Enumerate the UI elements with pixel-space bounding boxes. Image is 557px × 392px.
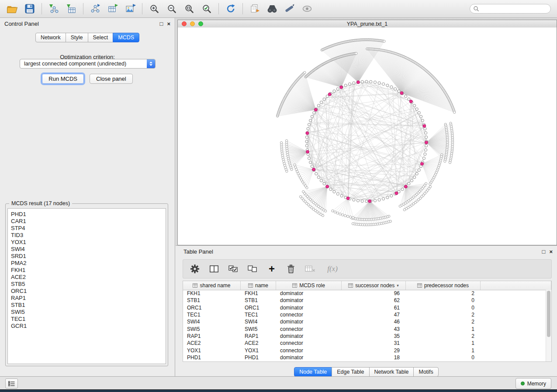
- tab-select[interactable]: Select: [88, 33, 114, 42]
- network-node[interactable]: [340, 195, 343, 197]
- tab-mcds[interactable]: MCDS: [113, 33, 139, 42]
- network-node[interactable]: [444, 160, 446, 162]
- network-node[interactable]: [415, 172, 418, 175]
- float-table-panel-icon[interactable]: □: [542, 249, 546, 254]
- network-node[interactable]: [305, 136, 308, 138]
- mcds-result-item[interactable]: YOX1: [11, 239, 166, 246]
- network-node[interactable]: [398, 90, 400, 93]
- network-canvas[interactable]: [178, 28, 557, 245]
- zoom-out-button[interactable]: [163, 2, 180, 16]
- mcds-result-item[interactable]: TEC1: [11, 316, 166, 323]
- network-node[interactable]: [405, 95, 407, 97]
- network-node[interactable]: [401, 188, 404, 191]
- network-node[interactable]: [383, 40, 385, 42]
- network-node[interactable]: [305, 140, 308, 143]
- mcds-hub-node[interactable]: [326, 185, 329, 188]
- network-node[interactable]: [334, 211, 336, 213]
- network-node[interactable]: [399, 205, 401, 207]
- mcds-result-item[interactable]: PHD1: [11, 211, 166, 218]
- network-node[interactable]: [311, 115, 313, 118]
- network-node[interactable]: [425, 144, 428, 147]
- network-node[interactable]: [342, 214, 344, 216]
- mcds-result-item[interactable]: STP4: [11, 225, 166, 232]
- mcds-hub-node[interactable]: [404, 185, 407, 188]
- table-row[interactable]: STB1STB1dominator620: [183, 297, 546, 304]
- network-node[interactable]: [329, 188, 332, 191]
- show-hide-columns-button[interactable]: [207, 262, 221, 276]
- network-node[interactable]: [346, 215, 349, 217]
- mcds-hub-node[interactable]: [328, 93, 331, 96]
- clone-network-button[interactable]: [246, 2, 263, 16]
- mcds-result-item[interactable]: SWI4: [11, 246, 166, 253]
- tab-network[interactable]: Network: [35, 33, 66, 42]
- tab-style[interactable]: Style: [66, 33, 88, 42]
- deselect-all-rows-button[interactable]: [245, 262, 260, 276]
- table-tab-motifs[interactable]: Motifs: [413, 367, 438, 377]
- column-header-predecessor-nodes[interactable]: predecessor nodes: [406, 281, 481, 290]
- import-network-button[interactable]: [45, 2, 62, 16]
- network-node[interactable]: [344, 214, 346, 217]
- add-row-button[interactable]: +: [264, 262, 279, 276]
- refresh-view-button[interactable]: [222, 2, 239, 16]
- network-node[interactable]: [304, 72, 306, 74]
- network-node[interactable]: [425, 136, 428, 138]
- table-vertical-scrollbar[interactable]: [546, 290, 551, 361]
- open-session-button[interactable]: [3, 2, 21, 16]
- optimization-criterion-dropdown[interactable]: largest connected component (undirected): [20, 59, 156, 69]
- network-node[interactable]: [390, 195, 393, 197]
- network-node[interactable]: [353, 82, 355, 84]
- mcds-result-item[interactable]: SWI5: [11, 309, 166, 316]
- network-node[interactable]: [361, 200, 363, 203]
- network-node[interactable]: [302, 190, 304, 193]
- network-node[interactable]: [353, 199, 355, 201]
- network-node[interactable]: [378, 199, 381, 201]
- network-node[interactable]: [295, 168, 298, 170]
- network-node[interactable]: [390, 86, 393, 88]
- run-mcds-button[interactable]: Run MCDS: [42, 74, 84, 84]
- mcds-hub-node[interactable]: [395, 192, 398, 195]
- mcds-hub-node[interactable]: [340, 86, 343, 89]
- delete-rows-button[interactable]: [284, 262, 298, 276]
- network-node[interactable]: [294, 166, 297, 168]
- network-node[interactable]: [374, 81, 376, 83]
- zoom-in-button[interactable]: [145, 2, 163, 16]
- network-node[interactable]: [296, 170, 298, 172]
- network-node[interactable]: [361, 80, 363, 83]
- mcds-hub-node[interactable]: [421, 162, 424, 165]
- mcds-hub-node[interactable]: [306, 131, 309, 134]
- network-node[interactable]: [280, 141, 282, 144]
- first-neighbors-button[interactable]: [263, 2, 281, 16]
- network-node[interactable]: [309, 119, 312, 122]
- network-node[interactable]: [413, 104, 416, 107]
- mcds-hub-node[interactable]: [425, 141, 428, 144]
- table-row[interactable]: ORC1ORC1dominator610: [183, 304, 546, 311]
- network-node[interactable]: [425, 148, 427, 151]
- network-node[interactable]: [394, 88, 397, 90]
- export-network-button[interactable]: [86, 2, 104, 16]
- search-input[interactable]: [481, 4, 550, 13]
- network-node[interactable]: [309, 161, 312, 164]
- network-node[interactable]: [336, 88, 339, 90]
- mcds-hub-node[interactable]: [306, 150, 309, 153]
- mcds-result-item[interactable]: STB5: [11, 281, 166, 288]
- network-node[interactable]: [449, 162, 451, 164]
- export-image-button[interactable]: [121, 2, 139, 16]
- table-row[interactable]: PHD1PHD1dominator180: [183, 354, 546, 361]
- table-row[interactable]: ACE2ACE2connector311: [183, 340, 546, 347]
- export-table-button[interactable]: [104, 2, 121, 16]
- table-row[interactable]: RAP1RAP1dominator352: [183, 333, 546, 340]
- network-node[interactable]: [299, 196, 301, 198]
- network-node[interactable]: [413, 176, 416, 179]
- network-node[interactable]: [344, 84, 347, 87]
- column-settings-button[interactable]: [187, 262, 202, 276]
- table-row[interactable]: YOX1YOX1connector291: [183, 347, 546, 354]
- network-node[interactable]: [308, 157, 310, 159]
- table-tab-edge-table[interactable]: Edge Table: [332, 367, 369, 377]
- network-node[interactable]: [378, 82, 381, 84]
- network-node[interactable]: [336, 212, 339, 214]
- table-row[interactable]: SWI5SWI5connector431: [183, 325, 546, 332]
- network-node[interactable]: [425, 131, 427, 134]
- network-node[interactable]: [386, 196, 389, 199]
- mcds-hub-node[interactable]: [346, 197, 349, 200]
- import-table-button[interactable]: [62, 2, 80, 16]
